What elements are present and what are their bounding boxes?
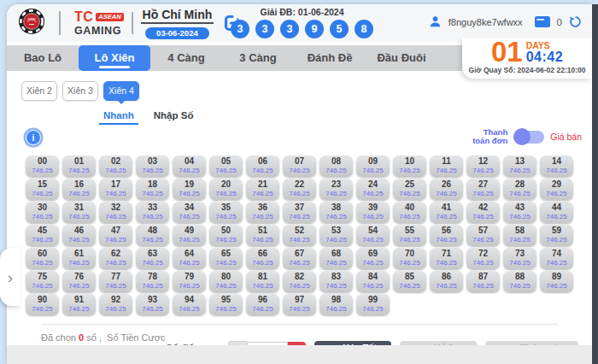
number-cell-81[interactable]: 81746.25 xyxy=(246,271,279,292)
number-cell-12[interactable]: 12746.25 xyxy=(466,156,500,177)
number-cell-88[interactable]: 88746.25 xyxy=(503,271,536,292)
number-cell-38[interactable]: 38746.25 xyxy=(320,202,353,223)
number-cell-31[interactable]: 31746.25 xyxy=(62,202,96,223)
number-cell-66[interactable]: 66746.25 xyxy=(246,248,279,269)
number-cell-58[interactable]: 58746.25 xyxy=(503,225,536,246)
user-icon[interactable] xyxy=(429,15,442,28)
tab-nhanh[interactable]: Nhanh xyxy=(99,110,138,125)
number-cell-99[interactable]: 99746.25 xyxy=(356,294,390,315)
number-cell-65[interactable]: 65746.25 xyxy=(209,248,243,269)
number-cell-61[interactable]: 61746.25 xyxy=(62,248,96,269)
number-cell-72[interactable]: 72746.25 xyxy=(466,248,500,269)
number-cell-45[interactable]: 45746.25 xyxy=(26,225,59,246)
tab-4-càng[interactable]: 4 Càng xyxy=(150,45,222,71)
number-cell-97[interactable]: 97746.25 xyxy=(283,294,316,315)
number-cell-05[interactable]: 05746.25 xyxy=(209,156,243,177)
number-cell-40[interactable]: 40746.25 xyxy=(393,202,426,223)
number-cell-46[interactable]: 46746.25 xyxy=(62,225,96,246)
number-cell-87[interactable]: 87746.25 xyxy=(466,271,500,292)
tab-3-càng[interactable]: 3 Càng xyxy=(222,45,294,71)
number-cell-42[interactable]: 42746.25 xyxy=(466,202,500,223)
number-cell-84[interactable]: 84746.25 xyxy=(356,271,390,292)
number-cell-71[interactable]: 71746.25 xyxy=(430,248,463,269)
number-cell-11[interactable]: 11746.25 xyxy=(430,156,463,177)
tab-lô-xiên[interactable]: Lô Xiên xyxy=(79,45,150,71)
number-cell-15[interactable]: 15746.25 xyxy=(26,179,59,200)
number-cell-90[interactable]: 90746.25 xyxy=(26,294,59,315)
number-cell-13[interactable]: 13746.25 xyxy=(503,156,536,177)
number-cell-20[interactable]: 20746.25 xyxy=(209,179,243,200)
number-cell-56[interactable]: 56746.25 xyxy=(430,225,463,246)
number-cell-63[interactable]: 63746.25 xyxy=(136,248,169,269)
number-cell-91[interactable]: 91746.25 xyxy=(62,294,96,315)
number-cell-36[interactable]: 36746.25 xyxy=(246,202,279,223)
number-cell-57[interactable]: 57746.25 xyxy=(466,225,500,246)
number-cell-03[interactable]: 03746.25 xyxy=(136,156,169,177)
number-cell-22[interactable]: 22746.25 xyxy=(283,179,316,200)
number-cell-53[interactable]: 53746.25 xyxy=(320,225,353,246)
number-cell-60[interactable]: 60746.25 xyxy=(26,248,59,269)
number-cell-79[interactable]: 79746.25 xyxy=(173,271,206,292)
number-cell-50[interactable]: 50746.25 xyxy=(209,225,243,246)
tab-đầu-đuôi[interactable]: Đầu Đuôi xyxy=(366,45,437,71)
number-cell-08[interactable]: 08746.25 xyxy=(320,156,353,177)
tab-bao-lô[interactable]: Bao Lô xyxy=(7,45,79,71)
number-cell-25[interactable]: 25746.25 xyxy=(393,179,426,200)
number-cell-51[interactable]: 51746.25 xyxy=(246,225,279,246)
number-cell-75[interactable]: 75746.25 xyxy=(26,271,59,292)
number-cell-43[interactable]: 43746.25 xyxy=(503,202,536,223)
number-cell-78[interactable]: 78746.25 xyxy=(136,271,169,292)
number-cell-27[interactable]: 27746.25 xyxy=(466,179,500,200)
number-cell-77[interactable]: 77746.25 xyxy=(99,271,132,292)
number-cell-09[interactable]: 09746.25 xyxy=(356,156,390,177)
number-cell-29[interactable]: 29746.25 xyxy=(540,179,573,200)
number-cell-41[interactable]: 41746.25 xyxy=(430,202,463,223)
number-cell-23[interactable]: 23746.25 xyxy=(320,179,353,200)
number-cell-69[interactable]: 69746.25 xyxy=(356,248,390,269)
tab-nhap-so[interactable]: Nhập Số xyxy=(152,110,196,125)
number-cell-28[interactable]: 28746.25 xyxy=(503,179,536,200)
number-cell-64[interactable]: 64746.25 xyxy=(173,248,206,269)
number-cell-07[interactable]: 07746.25 xyxy=(283,156,316,177)
number-cell-35[interactable]: 35746.25 xyxy=(209,202,243,223)
number-cell-59[interactable]: 59746.25 xyxy=(540,225,573,246)
number-cell-93[interactable]: 93746.25 xyxy=(136,294,169,315)
side-drawer-handle[interactable]: › xyxy=(0,248,21,306)
number-cell-00[interactable]: 00746.25 xyxy=(26,156,59,177)
number-cell-73[interactable]: 73746.25 xyxy=(503,248,536,269)
number-cell-34[interactable]: 34746.25 xyxy=(173,202,206,223)
number-cell-30[interactable]: 30746.25 xyxy=(26,202,59,223)
number-cell-76[interactable]: 76746.25 xyxy=(62,271,96,292)
number-cell-70[interactable]: 70746.25 xyxy=(393,248,426,269)
number-cell-01[interactable]: 01746.25 xyxy=(62,156,96,177)
number-cell-48[interactable]: 48746.25 xyxy=(136,225,169,246)
number-cell-32[interactable]: 32746.25 xyxy=(99,202,132,223)
number-cell-83[interactable]: 83746.25 xyxy=(320,271,353,292)
number-cell-89[interactable]: 89746.25 xyxy=(540,271,573,292)
number-cell-74[interactable]: 74746.25 xyxy=(540,248,573,269)
number-cell-44[interactable]: 44746.25 xyxy=(540,202,573,223)
number-cell-52[interactable]: 52746.25 xyxy=(283,225,316,246)
number-cell-02[interactable]: 02746.25 xyxy=(99,156,132,177)
number-cell-82[interactable]: 82746.25 xyxy=(283,271,316,292)
number-cell-68[interactable]: 68746.25 xyxy=(320,248,353,269)
number-cell-96[interactable]: 96746.25 xyxy=(246,294,279,315)
info-icon[interactable]: i xyxy=(26,130,41,145)
number-cell-04[interactable]: 04746.25 xyxy=(173,156,206,177)
number-cell-10[interactable]: 10746.25 xyxy=(393,156,426,177)
wallet-icon[interactable] xyxy=(535,16,550,27)
number-cell-67[interactable]: 67746.25 xyxy=(283,248,316,269)
number-cell-19[interactable]: 19746.25 xyxy=(173,179,206,200)
number-cell-47[interactable]: 47746.25 xyxy=(99,225,132,246)
number-cell-49[interactable]: 49746.25 xyxy=(173,225,206,246)
number-cell-17[interactable]: 17746.25 xyxy=(99,179,132,200)
number-cell-26[interactable]: 26746.25 xyxy=(430,179,463,200)
number-cell-33[interactable]: 33746.25 xyxy=(136,202,169,223)
number-cell-95[interactable]: 95746.25 xyxy=(209,294,243,315)
number-cell-16[interactable]: 16746.25 xyxy=(62,179,96,200)
number-cell-85[interactable]: 85746.25 xyxy=(393,271,426,292)
number-cell-21[interactable]: 21746.25 xyxy=(246,179,279,200)
number-cell-55[interactable]: 55746.25 xyxy=(393,225,426,246)
number-cell-37[interactable]: 37746.25 xyxy=(283,202,316,223)
subtab-xiên-2[interactable]: Xiên 2 xyxy=(21,81,57,101)
